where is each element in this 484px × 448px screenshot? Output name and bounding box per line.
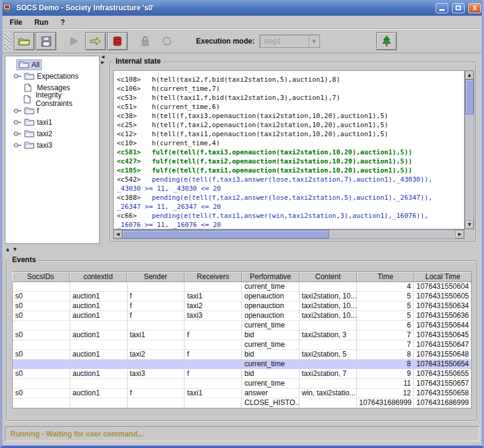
cell-content: [299, 282, 357, 292]
tree-item[interactable]: Expectations: [7, 70, 98, 82]
tree-item-label: Expectations: [37, 72, 79, 81]
scroll-up-icon[interactable]: ▲: [465, 71, 474, 79]
horizontal-split-divider[interactable]: ▲ ▼: [2, 245, 482, 253]
maximize-button[interactable]: [452, 3, 465, 13]
state-line: <c581>fulf(e(tell(f,taxi3,openauction(ta…: [117, 148, 461, 157]
collapse-up-icon[interactable]: ▲: [6, 247, 12, 252]
column-header[interactable]: Time: [357, 271, 414, 282]
event-row[interactable]: s0 auction1 taxi1 f bid taxi2station, 3 …: [13, 331, 471, 340]
expand-handle-icon[interactable]: [13, 119, 22, 125]
cell-receivers: f: [185, 369, 242, 379]
cell-performative: CLOSE_HISTO...: [242, 398, 299, 408]
column-header[interactable]: contextId: [70, 271, 127, 282]
menu-bar: File Run ?: [2, 16, 482, 29]
cell-content: taxi2station, 10...: [299, 292, 357, 301]
step-button[interactable]: [85, 32, 106, 50]
status-bar: Running - Waiting for user command...: [5, 426, 479, 441]
event-row[interactable]: current_time 4 1076431550604: [13, 282, 471, 292]
event-row[interactable]: s0 auction1 taxi2 f bid taxi2station, 5 …: [13, 350, 471, 360]
expand-handle-icon[interactable]: [13, 131, 22, 137]
step-arrow-icon: [90, 37, 101, 45]
cell-content: taxi2station, 10...: [299, 311, 357, 321]
save-button[interactable]: [36, 32, 56, 50]
execution-mode-select[interactable]: step1 ▼: [260, 35, 320, 48]
constraint-id: <c53>: [117, 93, 152, 102]
collapse-right-icon[interactable]: ▶: [100, 60, 106, 65]
vertical-split-divider[interactable]: ◀ ▶: [100, 54, 107, 245]
cell-local-time: 1076431550655: [414, 369, 471, 379]
menu-run[interactable]: Run: [34, 18, 48, 27]
event-row[interactable]: CLOSE_HISTO... 1076431686999 10764316869…: [13, 398, 471, 408]
tree-item[interactable]: All: [7, 59, 98, 70]
column-header[interactable]: Receivers: [185, 271, 242, 282]
event-row[interactable]: current_time 7 1076431550647: [13, 340, 471, 350]
cell-performative: current_time: [242, 282, 299, 292]
event-row[interactable]: current_time 11 1076431550657: [13, 379, 471, 389]
node-icon: [19, 61, 29, 69]
vertical-scroll-thumb[interactable]: [465, 79, 474, 114]
collapse-left-icon[interactable]: ◀: [100, 54, 106, 60]
event-row[interactable]: s0 auction1 f taxi1 answer win, taxi2sta…: [13, 389, 471, 398]
folder-icon: [24, 130, 34, 137]
scroll-left-icon[interactable]: ◀: [114, 230, 122, 239]
society-tree-button[interactable]: [376, 32, 397, 50]
events-table-header: SocsIDs contextId Sender Receivers Perfo…: [12, 271, 472, 282]
cell-sender: f: [128, 389, 185, 398]
menu-file[interactable]: File: [10, 18, 22, 27]
cell-local-time: 1076431550645: [414, 331, 471, 340]
event-row[interactable]: s0 auction1 f taxi3 openauction taxi2sta…: [13, 311, 471, 321]
tree-item[interactable]: taxi3: [7, 139, 98, 151]
column-header[interactable]: Local Time: [414, 271, 472, 282]
internal-state-panel: Internal state <c108>h(tell(taxi2,f,bid(…: [107, 54, 479, 245]
cell-content: taxi2station, 10...: [299, 301, 357, 311]
minimize-button[interactable]: [436, 3, 448, 13]
open-button[interactable]: [14, 32, 34, 50]
event-row[interactable]: s0 auction1 f taxi1 openauction taxi2sta…: [13, 292, 471, 301]
expand-handle-icon[interactable]: [13, 142, 22, 148]
expand-handle-icon[interactable]: [13, 108, 22, 114]
lock-button: [135, 32, 155, 50]
event-row[interactable]: s0 auction1 taxi3 f bid taxi2station, 7 …: [13, 369, 471, 379]
horizontal-scroll-thumb[interactable]: [122, 230, 329, 239]
play-button: [64, 32, 84, 50]
cell-contextid: [70, 360, 128, 369]
cell-sender: [128, 321, 185, 331]
state-line: <c427>fulf(e(tell(f,taxi2,openauction(ta…: [117, 157, 461, 166]
toolbar-grip[interactable]: [5, 32, 10, 50]
tree-item[interactable]: Integrity Constraints: [7, 93, 98, 105]
folder-icon: [24, 107, 34, 114]
cell-contextid: auction1: [70, 331, 128, 340]
cell-performative: openauction: [242, 301, 299, 311]
node-icon: [24, 141, 34, 150]
stop-button[interactable]: [107, 32, 128, 50]
event-row[interactable]: current_time 8 1076431550654: [13, 360, 471, 369]
title-bar[interactable]: SOCS Demo - Society Infrastructure 's0' …: [0, 0, 484, 16]
horizontal-scrollbar[interactable]: ◀ ▶: [113, 229, 465, 239]
scroll-right-icon[interactable]: ▶: [456, 230, 464, 239]
tree-item[interactable]: taxi2: [7, 128, 98, 139]
collapse-down-icon[interactable]: ▼: [13, 247, 19, 252]
event-row[interactable]: current_time 6 1076431550644: [13, 321, 471, 331]
column-header[interactable]: Performative: [242, 271, 299, 282]
state-line: <c51>h(current_time,6): [117, 102, 461, 111]
menu-help[interactable]: ?: [60, 18, 65, 27]
cell-receivers: f: [185, 331, 242, 340]
column-header[interactable]: Sender: [127, 271, 185, 282]
internal-state-text[interactable]: <c108>h(tell(taxi2,f,bid(taxi2station,5)…: [113, 70, 465, 229]
vertical-scrollbar[interactable]: ▲ ▼: [465, 70, 474, 229]
event-row[interactable]: s0 auction1 f taxi2 openauction taxi2sta…: [13, 301, 471, 311]
scroll-down-icon[interactable]: ▼: [465, 220, 474, 229]
constraint-id: <c542>: [117, 175, 152, 184]
cell-contextid: auction1: [70, 292, 128, 301]
tree-item[interactable]: taxi1: [7, 116, 98, 128]
cell-content: win, taxi2statio...: [299, 389, 357, 398]
node-icon: [24, 118, 34, 127]
expand-handle-icon[interactable]: [13, 73, 22, 79]
constraint-text: h(current_time,6): [152, 103, 220, 111]
column-header[interactable]: Content: [299, 271, 357, 282]
close-button[interactable]: X: [468, 3, 481, 13]
column-header[interactable]: SocsIDs: [12, 271, 70, 282]
cell-time: 1076431686999: [357, 398, 414, 408]
cell-socsids: s0: [13, 389, 70, 398]
cell-contextid: auction1: [70, 389, 128, 398]
